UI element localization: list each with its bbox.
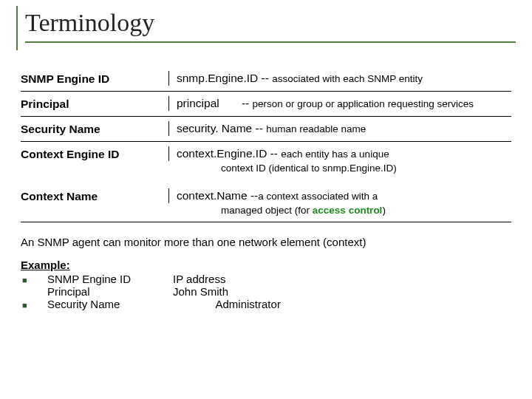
list-item: ■ Security Name Administrator xyxy=(21,298,516,310)
term-label: Principal xyxy=(21,96,169,111)
list-item: ■ SNMP Engine ID IP address xyxy=(21,273,516,285)
term-dashes: -- xyxy=(248,189,259,202)
table-row: Context Engine ID context.Engine.ID -- e… xyxy=(21,142,511,180)
example-value: IP address xyxy=(173,273,516,285)
term-label: SNMP Engine ID xyxy=(21,71,169,86)
page-title: Terminology xyxy=(25,9,516,43)
example-value: John Smith xyxy=(173,285,516,298)
example-label: SNMP Engine ID xyxy=(47,273,173,285)
term-desc: person or group or application requestin… xyxy=(253,98,474,109)
term-desc-cont: managed object (for access control) xyxy=(177,204,511,217)
term-desc: each entity has a unique xyxy=(281,149,389,160)
example-title: Example: xyxy=(21,259,516,271)
slide: Terminology SNMP Engine ID snmp.Engine.I… xyxy=(0,0,532,399)
terminology-table: SNMP Engine ID snmp.Engine.ID -- associa… xyxy=(21,66,511,222)
term-dashes: -- xyxy=(252,122,266,134)
cont-green: access control xyxy=(313,205,383,216)
term-desc-cont: context ID (identical to snmp.Engine.ID) xyxy=(177,162,511,175)
term-label: Security Name xyxy=(21,121,169,136)
example-label: Principal xyxy=(47,285,173,298)
term-definition: snmp.Engine.ID -- associated with each S… xyxy=(169,71,511,86)
bullet-icon: ■ xyxy=(21,301,47,310)
example-rows: ■ SNMP Engine ID IP address Principal Jo… xyxy=(21,273,516,310)
term-desc: a context associated with a xyxy=(258,191,378,202)
cont-prefix: managed object (for xyxy=(221,205,313,216)
term-definition: context.Engine.ID -- each entity has a u… xyxy=(169,146,511,175)
term-definition: security. Name -- human readable name xyxy=(169,121,511,137)
term-var: principal xyxy=(177,97,219,109)
term-desc: human readable name xyxy=(266,123,366,134)
term-var: context.Name xyxy=(177,189,248,202)
term-label: Context Engine ID xyxy=(21,146,169,161)
example-value: Administrator xyxy=(173,298,516,310)
term-var: context.Engine.ID xyxy=(177,147,267,160)
table-row: Security Name security. Name -- human re… xyxy=(21,117,511,142)
term-var: security. Name xyxy=(177,122,252,134)
term-label: Context Name xyxy=(21,188,169,203)
term-definition: context.Name --a context associated with… xyxy=(169,188,511,217)
term-dashes: -- xyxy=(258,72,272,84)
table-row: Context Name context.Name --a context as… xyxy=(21,180,511,222)
note-text: An SNMP agent can monitor more than one … xyxy=(21,236,516,248)
cont-suffix: ) xyxy=(382,205,386,216)
term-dashes: -- xyxy=(219,97,253,109)
term-definition: principal -- person or group or applicat… xyxy=(169,96,511,112)
bullet-icon: ■ xyxy=(21,276,47,284)
example-label: Security Name xyxy=(47,298,173,310)
example-block: Example: ■ SNMP Engine ID IP address Pri… xyxy=(21,259,516,310)
term-var: snmp.Engine.ID xyxy=(177,72,258,84)
list-item: Principal John Smith xyxy=(21,285,516,298)
table-row: Principal principal -- person or group o… xyxy=(21,92,511,117)
title-wrap: Terminology xyxy=(16,6,516,50)
table-row: SNMP Engine ID snmp.Engine.ID -- associa… xyxy=(21,66,511,92)
term-desc: associated with each SNMP entity xyxy=(272,73,423,84)
term-dashes: -- xyxy=(267,147,281,160)
